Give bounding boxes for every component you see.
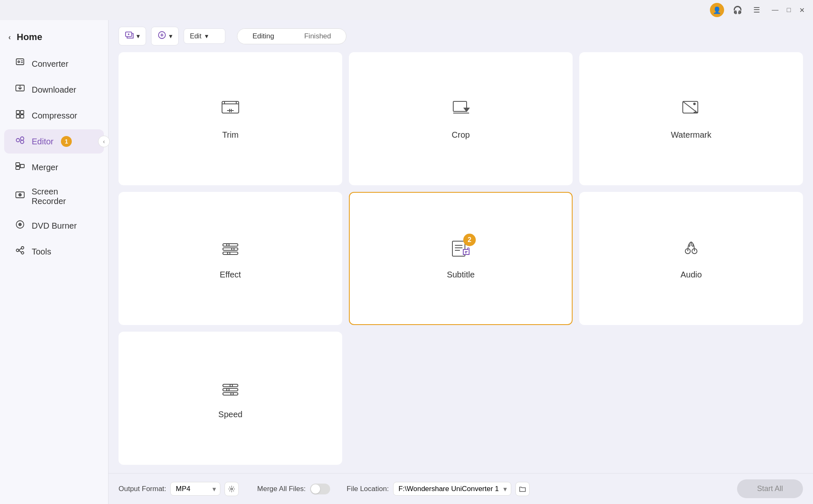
downloader-label: Downloader: [32, 85, 76, 95]
merge-all-field: Merge All Files:: [257, 484, 330, 494]
speed-label: Speed: [218, 410, 242, 419]
dvd-burner-icon: [14, 219, 26, 232]
crop-label: Crop: [452, 130, 470, 140]
output-format-select[interactable]: MP4 MKV AVI MOV: [170, 482, 220, 496]
effect-label: Effect: [220, 270, 241, 280]
editor-card-audio[interactable]: Audio: [579, 192, 803, 325]
back-chevron-icon: ‹: [8, 33, 11, 42]
menu-icon[interactable]: ☰: [751, 4, 763, 16]
bottom-bar: Output Format: MP4 MKV AVI MOV: [109, 473, 813, 504]
home-label: Home: [17, 32, 42, 43]
editor-badge: 1: [61, 136, 72, 147]
sidebar-item-merger[interactable]: Merger: [4, 155, 104, 179]
svg-rect-70: [223, 388, 238, 391]
avatar-icon: 👤: [713, 6, 721, 14]
screen-recorder-label: Screen Recorder: [32, 187, 94, 206]
svg-point-74: [231, 393, 233, 395]
add-file-chevron: ▾: [136, 32, 140, 40]
svg-line-28: [19, 250, 21, 252]
avatar-button[interactable]: 👤: [710, 3, 724, 17]
svg-rect-7: [20, 111, 24, 114]
edit-dropdown-chevron: ▾: [205, 32, 208, 40]
audio-icon: [680, 238, 702, 264]
edit-dropdown[interactable]: Edit ▾: [184, 28, 225, 44]
svg-point-23: [20, 224, 20, 225]
sidebar: ‹ Home Converter: [0, 20, 109, 504]
file-location-label: File Location:: [347, 485, 389, 493]
minimize-button[interactable]: —: [770, 5, 780, 15]
editor-card-crop[interactable]: Crop: [349, 52, 573, 185]
svg-point-10: [16, 139, 20, 142]
file-location-browse-button[interactable]: [515, 482, 530, 496]
svg-rect-8: [16, 115, 20, 118]
downloader-icon: [14, 83, 26, 96]
merge-all-label: Merge All Files:: [257, 485, 306, 493]
effect-icon: [220, 238, 241, 264]
svg-point-46: [694, 103, 695, 105]
sidebar-item-compressor[interactable]: Compressor: [4, 103, 104, 128]
svg-point-26: [21, 252, 24, 254]
converter-icon: [14, 58, 26, 70]
tab-finished[interactable]: Finished: [289, 29, 346, 44]
sidebar-item-converter[interactable]: Converter: [4, 52, 104, 76]
editor-card-speed[interactable]: Speed: [119, 332, 342, 465]
window-controls: — □ ✕: [770, 5, 806, 16]
audio-label: Audio: [680, 270, 702, 280]
svg-line-27: [19, 248, 21, 250]
compressor-icon: [14, 109, 26, 122]
sidebar-item-screen-recorder[interactable]: Screen Recorder: [4, 181, 104, 212]
headset-icon[interactable]: 🎧: [732, 4, 743, 16]
converter-label: Converter: [32, 59, 68, 69]
editing-tabs: Editing Finished: [237, 28, 346, 44]
svg-point-20: [20, 194, 20, 195]
editor-card-watermark[interactable]: Watermark: [579, 52, 803, 185]
svg-rect-13: [16, 163, 20, 166]
screen-recorder-icon: [14, 190, 26, 203]
sidebar-item-downloader[interactable]: Downloader: [4, 78, 104, 102]
speed-icon: [220, 378, 241, 404]
merger-label: Merger: [32, 163, 58, 172]
merger-icon: [14, 161, 26, 174]
title-bar-icons: 👤 🎧 ☰ — □ ✕: [710, 3, 806, 17]
file-location-select[interactable]: F:\Wondershare UniConverter 1: [393, 482, 511, 496]
svg-point-73: [227, 388, 229, 391]
svg-rect-50: [223, 244, 238, 246]
compressor-label: Compressor: [32, 111, 77, 121]
subtitle-label: Subtitle: [447, 270, 475, 280]
svg-rect-15: [20, 164, 24, 168]
app-layout: ‹ Home Converter: [0, 20, 813, 504]
maximize-button[interactable]: □: [785, 5, 793, 15]
editor-card-trim[interactable]: Trim: [119, 52, 342, 185]
sidebar-collapse-button[interactable]: ‹: [98, 136, 110, 147]
svg-point-72: [230, 384, 232, 387]
svg-rect-9: [20, 115, 24, 118]
tools-label: Tools: [32, 247, 51, 257]
svg-point-11: [20, 137, 24, 140]
editor-card-subtitle[interactable]: 2 Subtitle: [349, 192, 573, 325]
svg-point-24: [16, 249, 19, 252]
svg-rect-0: [16, 59, 24, 65]
editor-grid: Trim Crop: [109, 52, 813, 473]
crop-icon: [450, 98, 472, 124]
add-more-button[interactable]: ▾: [151, 27, 179, 45]
sidebar-item-dvd-burner[interactable]: DVD Burner: [4, 214, 104, 238]
svg-rect-51: [223, 248, 238, 250]
trim-label: Trim: [222, 130, 238, 140]
svg-point-54: [232, 248, 234, 250]
sidebar-home[interactable]: ‹ Home: [0, 27, 108, 51]
subtitle-badge: 2: [463, 234, 476, 246]
merge-all-toggle[interactable]: [310, 484, 330, 494]
editor-card-effect[interactable]: Effect: [119, 192, 342, 325]
tab-editing[interactable]: Editing: [237, 29, 289, 44]
sidebar-item-tools[interactable]: Tools: [4, 239, 104, 264]
add-more-icon: [157, 30, 167, 42]
file-location-select-wrapper: F:\Wondershare UniConverter 1: [393, 482, 511, 496]
sidebar-item-editor[interactable]: Editor 1 ‹: [4, 129, 104, 154]
add-file-button[interactable]: ▾: [119, 27, 146, 45]
start-all-button[interactable]: Start All: [737, 479, 803, 498]
title-bar: 👤 🎧 ☰ — □ ✕: [0, 0, 813, 20]
output-format-field: Output Format: MP4 MKV AVI MOV: [119, 482, 239, 496]
close-button[interactable]: ✕: [798, 5, 806, 16]
output-format-settings-button[interactable]: [225, 482, 239, 496]
svg-marker-43: [464, 108, 469, 111]
